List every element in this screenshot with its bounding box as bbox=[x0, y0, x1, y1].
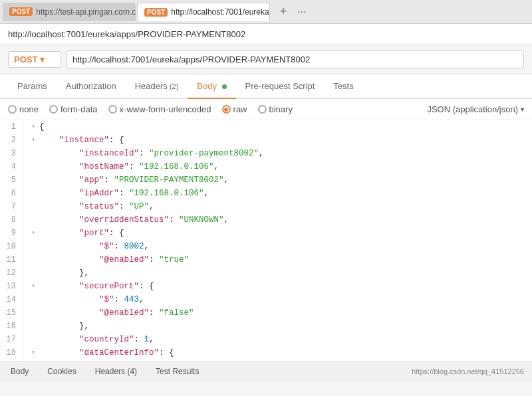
bottom-bar: Body Cookies Headers (4) Test Results ht… bbox=[0, 361, 532, 381]
request-bar: POST ▾ bbox=[0, 45, 532, 74]
line-number: 9 bbox=[0, 227, 23, 240]
code-line: 14 "$": 443, bbox=[0, 293, 532, 306]
code-line: 12 }, bbox=[0, 266, 532, 280]
radio-none[interactable]: none bbox=[8, 104, 39, 114]
line-number: 5 bbox=[0, 173, 23, 187]
nav-tabs: Params Authorization Headers (2) Body Pr… bbox=[0, 74, 532, 99]
tab2-title: http://localhost:7001/eureka/ap... bbox=[171, 7, 270, 17]
radio-binary[interactable]: binary bbox=[258, 104, 293, 114]
line-content: }, bbox=[39, 266, 532, 280]
bottom-tab-cookies[interactable]: Cookies bbox=[45, 365, 78, 377]
code-line: 6 "ipAddr": "192.168.0.106", bbox=[0, 187, 532, 200]
bottom-tab-test-results[interactable]: Test Results bbox=[153, 365, 201, 377]
radio-raw-circle bbox=[222, 105, 231, 114]
tab-authorization[interactable]: Authorization bbox=[57, 74, 126, 99]
tab-body[interactable]: Body bbox=[188, 74, 235, 99]
bottom-tab-body[interactable]: Body bbox=[8, 365, 31, 377]
code-line: 1▾{ bbox=[0, 120, 532, 134]
line-content: "status": "UP", bbox=[39, 200, 532, 213]
tab-tests[interactable]: Tests bbox=[324, 74, 362, 99]
code-line: 9▾ "port": { bbox=[0, 227, 532, 240]
radio-urlencoded[interactable]: x-www-form-urlencoded bbox=[108, 104, 211, 114]
tab-params[interactable]: Params bbox=[8, 74, 57, 99]
code-line: 11 "@enabled": "true" bbox=[0, 253, 532, 266]
browser-tabs-bar: POST https://test-api.pingan.com.cn:... … bbox=[0, 0, 532, 24]
line-number: 18 bbox=[0, 346, 23, 359]
code-line: 2▾ "instance": { bbox=[0, 134, 532, 147]
format-label: JSON (application/json) bbox=[427, 104, 518, 114]
code-editor[interactable]: 1▾{2▾ "instance": {3 "instanceId": "prov… bbox=[0, 120, 532, 361]
line-number: 11 bbox=[0, 253, 23, 266]
line-number: 12 bbox=[0, 266, 23, 280]
line-content: "countryId": 1, bbox=[39, 333, 532, 346]
line-content: "@enabled": "true" bbox=[39, 253, 532, 266]
tab1-method-badge: POST bbox=[9, 7, 33, 16]
bottom-link: https://blog.csdn.net/qq_41512256 bbox=[412, 367, 524, 375]
line-content: "ipAddr": "192.168.0.106", bbox=[39, 187, 532, 200]
tab-headers[interactable]: Headers (2) bbox=[126, 74, 188, 99]
code-line: 3 "instanceId": "provider-payment8002", bbox=[0, 147, 532, 160]
line-number: 4 bbox=[0, 160, 23, 173]
fold-icon[interactable]: ▾ bbox=[29, 346, 38, 359]
code-line: 4 "hostName": "192.168.0.106", bbox=[0, 160, 532, 173]
line-content: "$": 443, bbox=[39, 293, 532, 306]
tab-actions: + ··· bbox=[274, 3, 311, 21]
code-line: 18▾ "dataCenterInfo": { bbox=[0, 346, 532, 359]
url-display-bar: http://localhost:7001/eureka/apps/PROVID… bbox=[0, 24, 532, 45]
code-line: 19 "@class": "com.netflix.appinfo.Instan… bbox=[0, 359, 532, 361]
radio-form-data[interactable]: form-data bbox=[49, 104, 98, 114]
line-number: 10 bbox=[0, 240, 23, 253]
line-number: 7 bbox=[0, 200, 23, 213]
fold-icon[interactable]: ▾ bbox=[29, 120, 38, 134]
line-content: "dataCenterInfo": { bbox=[39, 346, 532, 359]
url-display-text: http://localhost:7001/eureka/apps/PROVID… bbox=[8, 29, 245, 39]
browser-tab-1[interactable]: POST https://test-api.pingan.com.cn:... … bbox=[3, 3, 136, 21]
format-select[interactable]: JSON (application/json) ▾ bbox=[427, 104, 524, 114]
code-line: 17 "countryId": 1, bbox=[0, 333, 532, 346]
fold-icon[interactable]: ▾ bbox=[29, 134, 38, 147]
method-label: POST bbox=[14, 54, 37, 64]
line-number: 6 bbox=[0, 187, 23, 200]
line-number: 1 bbox=[0, 120, 23, 134]
method-arrow-icon: ▾ bbox=[40, 54, 45, 64]
radio-formdata-circle bbox=[49, 105, 58, 114]
line-content: }, bbox=[39, 320, 532, 333]
line-content: "securePort": { bbox=[39, 280, 532, 293]
line-number: 2 bbox=[0, 134, 23, 147]
line-content: "instance": { bbox=[39, 134, 532, 147]
radio-urlencoded-circle bbox=[108, 105, 117, 114]
code-line: 13▾ "securePort": { bbox=[0, 280, 532, 293]
fold-icon[interactable]: ▾ bbox=[29, 227, 38, 240]
code-line: 16 }, bbox=[0, 320, 532, 333]
bottom-tab-headers[interactable]: Headers (4) bbox=[92, 365, 140, 377]
line-content: "hostName": "192.168.0.106", bbox=[39, 160, 532, 173]
fold-icon[interactable]: ▾ bbox=[29, 280, 38, 293]
radio-raw[interactable]: raw bbox=[222, 104, 247, 114]
line-number: 17 bbox=[0, 333, 23, 346]
line-number: 8 bbox=[0, 213, 23, 227]
more-tabs-button[interactable]: ··· bbox=[293, 3, 311, 21]
code-line: 10 "$": 8002, bbox=[0, 240, 532, 253]
code-line: 5 "app": "PROVIDER-PAYMENT8002", bbox=[0, 173, 532, 187]
request-url-input[interactable] bbox=[66, 50, 524, 68]
line-number: 13 bbox=[0, 280, 23, 293]
line-number: 14 bbox=[0, 293, 23, 306]
radio-binary-circle bbox=[258, 105, 267, 114]
tab2-method-badge: POST bbox=[144, 8, 168, 17]
add-tab-button[interactable]: + bbox=[274, 3, 293, 21]
body-active-dot bbox=[222, 84, 227, 89]
line-content: "overriddenStatus": "UNKNOWN", bbox=[39, 213, 532, 227]
line-content: { bbox=[39, 120, 532, 134]
radio-none-circle bbox=[8, 105, 17, 114]
browser-tab-2[interactable]: POST http://localhost:7001/eureka/ap... … bbox=[137, 3, 270, 21]
line-content: "app": "PROVIDER-PAYMENT8002", bbox=[39, 173, 532, 187]
line-number: 15 bbox=[0, 306, 23, 320]
line-number: 3 bbox=[0, 147, 23, 160]
tab-prerequest[interactable]: Pre-request Script bbox=[236, 74, 325, 99]
line-number: 16 bbox=[0, 320, 23, 333]
method-select[interactable]: POST ▾ bbox=[8, 51, 61, 68]
code-line: 7 "status": "UP", bbox=[0, 200, 532, 213]
format-dropdown-icon: ▾ bbox=[521, 106, 524, 113]
code-line: 8 "overriddenStatus": "UNKNOWN", bbox=[0, 213, 532, 227]
code-line: 15 "@enabled": "false" bbox=[0, 306, 532, 320]
